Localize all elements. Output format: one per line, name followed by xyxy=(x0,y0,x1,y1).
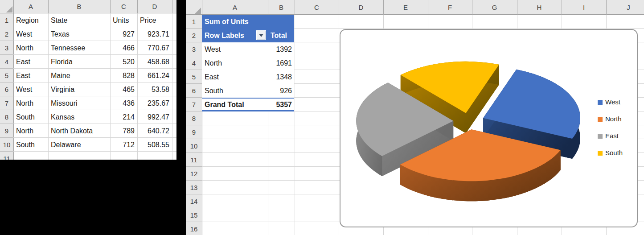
cell-D4[interactable]: 458.68 xyxy=(140,55,169,69)
pivot-row-value[interactable]: 1691 xyxy=(239,56,292,70)
cell-D6[interactable]: 53.58 xyxy=(140,82,169,96)
row-header-5[interactable]: 5 xyxy=(186,70,202,84)
column-header-A[interactable]: A xyxy=(13,0,48,13)
cell-B10[interactable]: Delaware xyxy=(51,138,107,152)
cell-A6[interactable]: West xyxy=(16,82,45,96)
cell-B6[interactable]: Virginia xyxy=(51,82,107,96)
pivot-row-labels-header[interactable]: Row Labels xyxy=(205,29,244,42)
column-header-E[interactable]: E xyxy=(383,0,428,15)
cell-C4[interactable]: 520 xyxy=(113,55,135,69)
pivot-row-value[interactable]: 1392 xyxy=(239,42,292,56)
row-header-1[interactable]: 1 xyxy=(0,13,13,27)
cell-D5[interactable]: 661.24 xyxy=(140,69,169,82)
legend-item-north[interactable]: North xyxy=(598,114,622,124)
cell-B3[interactable]: Tennessee xyxy=(51,41,107,55)
column-header-B[interactable]: B xyxy=(268,0,295,15)
pivot-row-label[interactable]: South xyxy=(205,84,223,98)
row-header-9[interactable]: 9 xyxy=(0,124,13,138)
cell-B8[interactable]: Kansas xyxy=(51,110,107,124)
row-header-3[interactable]: 3 xyxy=(0,41,13,55)
column-header-C[interactable]: C xyxy=(110,0,137,13)
row-header-11[interactable]: 11 xyxy=(186,153,202,167)
row-header-7[interactable]: 7 xyxy=(186,98,202,111)
cell-A7[interactable]: North xyxy=(16,96,45,110)
3d-pie-chart[interactable] xyxy=(340,30,637,227)
cell-C5[interactable]: 828 xyxy=(113,69,135,82)
cell-A1[interactable]: Region xyxy=(16,13,45,27)
row-header-10[interactable]: 10 xyxy=(0,138,13,152)
row-header-6[interactable]: 6 xyxy=(0,82,13,96)
cell-C9[interactable]: 789 xyxy=(113,124,135,138)
cell-A2[interactable]: West xyxy=(16,27,45,41)
legend-item-south[interactable]: South xyxy=(598,148,623,158)
cell-B7[interactable]: Missouri xyxy=(51,96,107,110)
row-header-16[interactable]: 16 xyxy=(186,222,202,235)
cell-C7[interactable]: 436 xyxy=(113,96,135,110)
cell-B2[interactable]: Texas xyxy=(51,27,107,41)
row-header-3[interactable]: 3 xyxy=(186,42,202,56)
column-header-C[interactable]: C xyxy=(295,0,339,15)
row-header-8[interactable]: 8 xyxy=(0,110,13,124)
cell-B4[interactable]: Florida xyxy=(51,55,107,69)
cell-B1[interactable]: State xyxy=(51,13,107,27)
column-header-A[interactable]: A xyxy=(202,0,268,15)
row-header-2[interactable]: 2 xyxy=(0,27,13,41)
row-header-2[interactable]: 2 xyxy=(186,29,202,42)
cell-D3[interactable]: 770.67 xyxy=(140,41,169,55)
cell-A4[interactable]: East xyxy=(16,55,45,69)
row-header-7[interactable]: 7 xyxy=(0,96,13,110)
pivot-row-label[interactable]: West xyxy=(205,42,221,56)
row-header-4[interactable]: 4 xyxy=(186,56,202,70)
cell-C3[interactable]: 466 xyxy=(113,41,135,55)
cell-D9[interactable]: 640.72 xyxy=(140,124,169,138)
row-header-4[interactable]: 4 xyxy=(0,55,13,69)
cell-A10[interactable]: South xyxy=(16,138,45,152)
pivot-row-label[interactable]: North xyxy=(205,56,222,70)
cell-D7[interactable]: 235.67 xyxy=(140,96,169,110)
select-all-corner[interactable] xyxy=(186,0,202,15)
cell-D10[interactable]: 508.55 xyxy=(140,138,169,152)
column-header-J[interactable]: J xyxy=(606,0,644,15)
column-header-B[interactable]: B xyxy=(48,0,110,13)
cell-D2[interactable]: 923.71 xyxy=(140,27,169,41)
select-all-corner[interactable] xyxy=(0,0,13,13)
row-header-5[interactable]: 5 xyxy=(0,69,13,82)
row-header-1[interactable]: 1 xyxy=(186,15,202,29)
pivot-row-value[interactable]: 926 xyxy=(239,84,292,98)
row-header-12[interactable]: 12 xyxy=(186,167,202,181)
pivot-title[interactable]: Sum of Units xyxy=(205,15,249,29)
column-header-G[interactable]: G xyxy=(472,0,517,15)
cell-C10[interactable]: 712 xyxy=(113,138,135,152)
row-header-15[interactable]: 15 xyxy=(186,208,202,222)
cell-C1[interactable]: Units xyxy=(113,13,135,27)
cell-A5[interactable]: East xyxy=(16,69,45,82)
legend-item-east[interactable]: East xyxy=(598,131,619,141)
column-header-I[interactable]: I xyxy=(562,0,606,15)
row-header-11[interactable]: 11 xyxy=(0,152,13,160)
pie-chart-object[interactable]: WestNorthEastSouth xyxy=(340,29,638,227)
column-header-F[interactable]: F xyxy=(428,0,472,15)
cell-C6[interactable]: 465 xyxy=(113,82,135,96)
row-header-8[interactable]: 8 xyxy=(186,111,202,125)
row-labels-filter-button[interactable] xyxy=(256,30,266,40)
cell-A3[interactable]: North xyxy=(16,41,45,55)
row-header-10[interactable]: 10 xyxy=(186,139,202,153)
cell-A8[interactable]: South xyxy=(16,110,45,124)
pivot-row-value[interactable]: 1348 xyxy=(239,70,292,84)
pivot-total-header[interactable]: Total xyxy=(271,29,287,42)
column-header-D[interactable]: D xyxy=(339,0,383,15)
row-header-9[interactable]: 9 xyxy=(186,125,202,139)
cell-C2[interactable]: 927 xyxy=(113,27,135,41)
column-header-H[interactable]: H xyxy=(517,0,562,15)
row-header-14[interactable]: 14 xyxy=(186,194,202,208)
legend-item-west[interactable]: West xyxy=(598,97,620,107)
row-header-13[interactable]: 13 xyxy=(186,181,202,194)
cell-B9[interactable]: North Dakota xyxy=(51,124,107,138)
cell-A9[interactable]: North xyxy=(16,124,45,138)
cell-D1[interactable]: Price xyxy=(140,13,169,27)
cell-B5[interactable]: Maine xyxy=(51,69,107,82)
pivot-row-label[interactable]: East xyxy=(205,70,219,84)
pivot-grand-total-value[interactable]: 5357 xyxy=(239,98,292,111)
column-header-D[interactable]: D xyxy=(137,0,172,13)
cell-C8[interactable]: 214 xyxy=(113,110,135,124)
